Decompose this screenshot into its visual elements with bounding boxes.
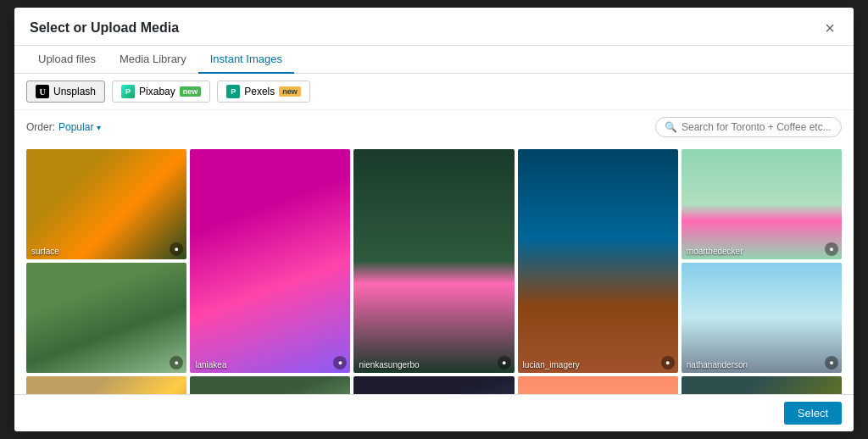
gallery-item[interactable]: ● (682, 376, 842, 394)
image-label: surface (31, 247, 59, 256)
gallery-item[interactable]: ● (26, 376, 186, 394)
image-label: lucian_imagery (523, 360, 580, 370)
source-pixabay[interactable]: P Pixabay new (112, 81, 210, 103)
modal-title: Select or Upload Media (30, 20, 179, 36)
gallery-item[interactable]: ● (26, 263, 186, 373)
source-bar: U Unsplash P Pixabay new P Pexels new (14, 74, 854, 110)
tab-instant-images[interactable]: Instant Images (198, 46, 294, 74)
tab-media-library[interactable]: Media Library (108, 46, 198, 74)
gallery-grid: surface ● laniakea ● nienkasungerbo ● lu… (26, 149, 842, 394)
toolbar: Order: Popular ▾ 🔍 (14, 110, 854, 144)
source-unsplash[interactable]: U Unsplash (26, 81, 105, 103)
gallery-item[interactable]: ● (353, 376, 514, 394)
pexels-icon: P (226, 85, 240, 98)
pixabay-badge: new (180, 86, 202, 97)
gallery-item[interactable]: ● (518, 376, 678, 394)
gallery-item[interactable]: nienkasungerbo ● (353, 149, 514, 373)
pexels-badge: new (279, 86, 301, 97)
unsplash-icon: U (36, 85, 49, 98)
modal-footer: Select (14, 394, 854, 431)
item-check-icon: ● (825, 356, 838, 370)
select-button[interactable]: Select (784, 402, 842, 425)
image-label: nienkasungerbo (359, 360, 419, 370)
search-icon: 🔍 (665, 121, 677, 133)
chevron-down-icon[interactable]: ▾ (97, 123, 101, 132)
gallery-item[interactable]: ● (190, 376, 350, 394)
tab-upload-files[interactable]: Upload files (26, 46, 108, 74)
item-check-icon: ● (661, 356, 675, 370)
gallery-area[interactable]: surface ● laniakea ● nienkasungerbo ● lu… (14, 144, 854, 394)
gallery-item[interactable]: lucian_imagery ● (518, 149, 678, 373)
search-input[interactable] (682, 121, 832, 133)
tab-bar: Upload files Media Library Instant Image… (14, 46, 854, 74)
gallery-item[interactable]: moarthedecker ● (682, 149, 842, 259)
search-box: 🔍 (655, 117, 842, 137)
pixabay-label: Pixabay (139, 86, 175, 97)
unsplash-label: Unsplash (53, 86, 96, 97)
item-check-icon: ● (498, 356, 511, 370)
pexels-label: Pexels (244, 86, 275, 97)
order-control: Order: Popular ▾ (26, 121, 101, 133)
close-button[interactable]: × (821, 19, 838, 36)
pixabay-icon: P (121, 85, 135, 98)
media-modal: Select or Upload Media × Upload files Me… (14, 8, 854, 431)
image-label: nathananderson (687, 360, 748, 370)
image-label: moarthedecker (687, 247, 743, 256)
item-check-icon: ● (825, 242, 838, 256)
order-label: Order: (26, 121, 55, 133)
image-label: laniakea (195, 360, 226, 370)
gallery-item[interactable]: laniakea ● (190, 149, 350, 373)
source-pexels[interactable]: P Pexels new (217, 81, 310, 103)
gallery-item[interactable]: nathananderson ● (682, 263, 842, 373)
order-value-dropdown[interactable]: Popular (58, 121, 93, 133)
modal-header: Select or Upload Media × (14, 8, 854, 46)
gallery-item[interactable]: surface ● (26, 149, 186, 259)
